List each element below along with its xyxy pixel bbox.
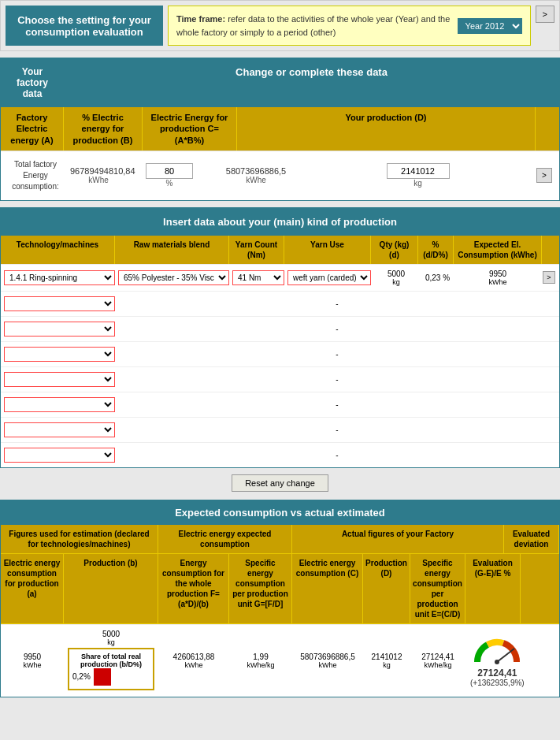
- prod-yarn-select-1[interactable]: 41 Nm: [232, 270, 284, 285]
- factory-header-row: Your factory data Change or complete the…: [1, 58, 559, 107]
- prod-tech-select-2[interactable]: [4, 296, 115, 311]
- prod-row1-yarn-count: 41 Nm: [231, 269, 286, 287]
- share-inner: 0,2%: [72, 668, 150, 686]
- timeframe-label: Time frame:: [176, 14, 225, 24]
- header-section: Choose the setting for your consumption …: [0, 0, 560, 51]
- prod-raw-select-1[interactable]: 65% Polyester - 35% Visco: [118, 270, 229, 285]
- production-main-header: Insert data about your (main) kind of pr…: [1, 208, 559, 236]
- prod-tech-select-7[interactable]: [4, 422, 115, 437]
- expected-section: Expected consumption vs actual extimated…: [0, 500, 560, 697]
- exp-top-evaluated: Evaluated deviation: [504, 525, 559, 553]
- prod-tech-6: [2, 396, 117, 414]
- exp-sub-specific: Specific energy consumption per producti…: [229, 554, 292, 623]
- prod-row1-raw: 65% Polyester - 35% Visco: [117, 269, 231, 287]
- prod-dash-4: -: [117, 348, 558, 360]
- factory-data-row: Total factory Energy consumption: 967894…: [1, 151, 559, 200]
- production-row-2: -: [1, 291, 559, 316]
- prod-dash-6: -: [117, 399, 558, 411]
- gauge-value: 27124,41: [470, 667, 525, 679]
- prod-col-qty: Qty (kg) (d): [371, 236, 418, 264]
- prod-row1-tech: 1.4.1 Ring-spinning: [2, 269, 117, 287]
- reset-section: Reset any change: [0, 468, 560, 498]
- prod-col-pct: % (d/D%): [418, 236, 454, 264]
- year-select-container: Year 2012 Year 2011 Year 2013: [458, 18, 522, 34]
- svg-point-1: [495, 660, 499, 664]
- production-row-6: -: [1, 392, 559, 417]
- header-info-box: Time frame: refer data to the activities…: [168, 6, 531, 46]
- prod-dash-2: -: [117, 298, 558, 310]
- your-factory-label: Your factory data: [1, 58, 64, 107]
- factory-section: Your factory data Change or complete the…: [0, 58, 560, 201]
- prod-tech-3: [2, 320, 117, 338]
- prod-tech-2: [2, 295, 117, 313]
- prod-tech-select-1[interactable]: 1.4.1 Ring-spinning: [4, 270, 115, 285]
- gauge-svg: [473, 634, 521, 666]
- exp-top-elec: Electric energy expected consumption: [158, 525, 292, 553]
- exp-sub-specific-e: Specific energy consumption per producti…: [410, 554, 465, 623]
- prod-col-raw: Raw materials blend: [115, 236, 229, 264]
- col-b-input[interactable]: 80: [146, 163, 193, 179]
- production-row-1: 1.4.1 Ring-spinning 65% Polyester - 35% …: [1, 264, 559, 291]
- prod-tech-7: [2, 421, 117, 439]
- prod-row1-qty: 5000 kg: [373, 268, 420, 288]
- gauge-container: 27124,41 (+1362935,9%): [467, 631, 528, 690]
- prod-tech-5: [2, 370, 117, 389]
- col-b-cell: 80 %: [130, 162, 209, 189]
- exp-sub-production-b: Production (b): [64, 554, 158, 623]
- gauge-delta: (+1362935,9%): [470, 679, 525, 687]
- prod-dash-8: -: [117, 449, 558, 461]
- prod-tech-select-8[interactable]: [4, 448, 115, 463]
- prod-col-tech: Technology/machines: [1, 236, 115, 264]
- factory-nav-arrow[interactable]: >: [536, 168, 552, 183]
- production-row-3: -: [1, 316, 559, 341]
- production-row-5: -: [1, 366, 559, 392]
- reset-button[interactable]: Reset any change: [232, 474, 328, 492]
- prod-tech-4: [2, 345, 117, 363]
- exp-elec-for-prod: 9950 kWhe: [1, 651, 64, 671]
- exp-sub-elec-prod: Electric energy consumption for producti…: [1, 554, 64, 623]
- prod-col-yarn-use: Yarn Use: [284, 236, 371, 264]
- production-row-7: -: [1, 417, 559, 442]
- prod-dash-3: -: [117, 323, 558, 335]
- col-d-header: Your production (D): [237, 107, 536, 151]
- share-box: Share of total real production (b/D%) 0,…: [68, 648, 154, 690]
- share-label: Share of total real production (b/D%): [72, 653, 150, 668]
- exp-production-b-cell: 5000 kg Share of total real production (…: [64, 628, 158, 694]
- prod-col-expected: Expected El. Consumption (kWhe): [454, 236, 542, 264]
- exp-sub-energy-whole: Energy consumption for the whole product…: [158, 554, 229, 623]
- prod-row1-yarn-use: weft yarn (carded): [286, 269, 373, 287]
- header-nav-arrow[interactable]: >: [536, 6, 554, 23]
- exp-top-actual: Actual figures of your Factory: [292, 525, 504, 553]
- header-info-text: Time frame: refer data to the activities…: [176, 13, 451, 39]
- exp-sub-actual-elec: Electric energy consumption (C): [292, 554, 363, 623]
- exp-prod-d: 2141012 kg: [363, 651, 410, 671]
- production-row-4: -: [1, 341, 559, 366]
- prod-yarnuse-select-1[interactable]: weft yarn (carded): [287, 270, 371, 285]
- prod-row1-pct: 0,23 %: [420, 272, 455, 284]
- expected-main-header: Expected consumption vs actual extimated: [1, 500, 559, 525]
- exp-actual-elec: 58073696886,5 kWhe: [292, 651, 363, 671]
- prod-row1-nav[interactable]: >: [543, 271, 554, 284]
- prod-tech-select-4[interactable]: [4, 347, 115, 362]
- prod-row1-expected: 9950 kWhe: [455, 268, 540, 288]
- col-c-header: Electric Energy for production C=(A*B%): [143, 107, 237, 151]
- factory-row-label: Total factory Energy consumption:: [4, 156, 67, 195]
- year-select[interactable]: Year 2012 Year 2011 Year 2013: [458, 18, 522, 34]
- col-c-value: 58073696886,5 kWhe: [209, 165, 303, 186]
- exp-energy-whole: 4260613,88 kWhe: [158, 651, 229, 671]
- prod-tech-select-5[interactable]: [4, 372, 115, 387]
- prod-tech-select-6[interactable]: [4, 397, 115, 412]
- production-section: Insert data about your (main) kind of pr…: [0, 207, 560, 468]
- svg-line-0: [497, 649, 514, 662]
- col-a-header: Factory Electric energy (A): [1, 107, 64, 151]
- col-d-input[interactable]: 2141012: [387, 163, 450, 179]
- prod-tech-select-3[interactable]: [4, 322, 115, 337]
- exp-specific-per-unit: 1,99 kWhe/kg: [229, 651, 292, 671]
- gauge-cell: 27124,41 (+1362935,9%): [465, 630, 529, 692]
- exp-specific-e: 27124,41 kWhe/kg: [410, 651, 465, 671]
- col-b-header: % Electric energy for production (B): [64, 107, 143, 151]
- prod-tech-8: [2, 446, 117, 464]
- exp-sub-prod-d: Production (D): [363, 554, 410, 623]
- change-complete-header: Change or complete these data: [64, 58, 559, 107]
- expected-data-row: 9950 kWhe 5000 kg Share of total real pr…: [1, 624, 559, 697]
